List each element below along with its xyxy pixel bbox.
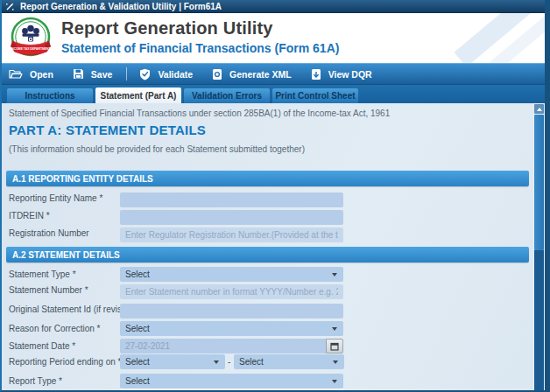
report-type-select[interactable]: Select: [120, 374, 343, 388]
statement-number-label: Statement Number *: [9, 285, 88, 295]
reporting-period-to-value: Select: [239, 357, 264, 367]
reporting-period-from-value: Select: [125, 357, 150, 367]
reporting-period-to-select[interactable]: Select: [234, 354, 344, 369]
reporting-period-from-select[interactable]: Select: [120, 354, 225, 369]
title-bar: Report Generation & Validation Utility |…: [2, 0, 545, 13]
reporting-period-separator: -: [228, 357, 230, 367]
statement-date-input[interactable]: [120, 339, 326, 354]
open-label: Open: [30, 69, 53, 80]
reason-for-correction-select[interactable]: Select: [120, 321, 343, 336]
itdrein-input[interactable]: [120, 210, 343, 225]
save-label: Save: [91, 69, 113, 80]
validate-button[interactable]: Validate: [139, 68, 193, 80]
calendar-icon: [330, 342, 339, 351]
chevron-down-icon: [214, 360, 219, 364]
itdrein-label: ITDREIN *: [9, 211, 50, 220]
xml-document-icon: [212, 68, 222, 80]
registration-number-input[interactable]: [120, 228, 343, 242]
app-title: Report Generation Utility: [61, 18, 273, 38]
original-statement-id-input[interactable]: [120, 304, 343, 318]
reporting-entity-name-input[interactable]: [120, 192, 343, 207]
section-a1-header: A.1 REPORTING ENTITY DETAILS: [6, 171, 529, 186]
statement-type-select[interactable]: Select: [120, 267, 343, 282]
chevron-down-icon: [332, 327, 337, 331]
income-tax-department-logo: INCOME TAX DEPARTMENT: [10, 17, 52, 60]
shield-check-icon: [139, 68, 151, 80]
save-button[interactable]: Save: [73, 68, 113, 80]
part-a-note: (This information should be provided for…: [9, 144, 305, 154]
report-type-value: Select: [125, 376, 150, 386]
generate-xml-label: Generate XML: [229, 69, 292, 80]
folder-open-icon: [9, 68, 23, 80]
tab-print-control-sheet[interactable]: Print Control Sheet: [272, 88, 358, 103]
validate-label: Validate: [158, 69, 193, 80]
chevron-down-icon: [333, 360, 338, 364]
vertical-scrollbar[interactable]: [533, 103, 545, 390]
toolbar-divider: [126, 67, 127, 80]
scrollbar-track-lower[interactable]: [534, 250, 544, 390]
generate-xml-button[interactable]: Generate XML: [212, 68, 292, 80]
app-subtitle: Statement of Financial Transactions (For…: [61, 41, 339, 55]
tab-label: Print Control Sheet: [275, 91, 355, 101]
statement-type-label: Statement Type *: [9, 270, 76, 279]
part-a-title: PART A: STATEMENT DETAILS: [9, 122, 206, 137]
app-window: Report Generation & Validation Utility |…: [0, 0, 550, 392]
view-dqr-label: View DQR: [328, 69, 372, 80]
chevron-down-icon: [332, 273, 337, 276]
section-a2-header: A.2 STATEMENT DETAILS: [6, 247, 529, 262]
statement-part-a-panel: Statement of Specified Financial Transac…: [2, 103, 545, 390]
reporting-entity-name-label: Reporting Entity Name *: [9, 193, 102, 203]
download-document-icon: [311, 68, 321, 80]
svg-text:INCOME TAX DEPARTMENT: INCOME TAX DEPARTMENT: [11, 47, 51, 51]
tab-statement-part-a[interactable]: Statement (Part A): [95, 88, 181, 103]
tab-bar: Instructions Statement (Part A) Validati…: [2, 85, 545, 103]
window-title: Report Generation & Validation Utility |…: [20, 2, 222, 11]
next-field-partially-visible: [120, 388, 343, 392]
reporting-period-label: Reporting Period ending on *: [9, 357, 121, 367]
statement-date-label: Statement Date *: [9, 341, 75, 351]
scrollbar-thumb[interactable]: [534, 115, 544, 250]
app-icon: [5, 2, 15, 11]
tab-label: Instructions: [25, 91, 74, 101]
tab-validation-errors[interactable]: Validation Errors: [184, 88, 270, 103]
save-icon: [73, 68, 84, 80]
chevron-down-icon: [332, 380, 337, 383]
statement-type-value: Select: [125, 270, 150, 279]
reason-for-correction-value: Select: [125, 324, 150, 333]
app-header: INCOME TAX DEPARTMENT Report Generation …: [2, 13, 545, 63]
report-type-label: Report Type *: [9, 376, 62, 386]
tab-label: Statement (Part A): [101, 91, 177, 101]
registration-number-label: Registration Number: [9, 228, 89, 238]
act-description: Statement of Specified Financial Transac…: [9, 108, 390, 118]
view-dqr-button[interactable]: View DQR: [311, 68, 372, 80]
calendar-button[interactable]: [326, 339, 343, 354]
tab-instructions[interactable]: Instructions: [7, 88, 93, 103]
toolbar: Open Save Validate Generate XML View DQ: [2, 63, 545, 85]
statement-number-input[interactable]: [120, 284, 343, 299]
tab-label: Validation Errors: [192, 91, 262, 101]
scroll-up-button[interactable]: [534, 104, 544, 114]
open-button[interactable]: Open: [9, 68, 53, 80]
reason-for-correction-label: Reason for Correction *: [9, 324, 101, 333]
